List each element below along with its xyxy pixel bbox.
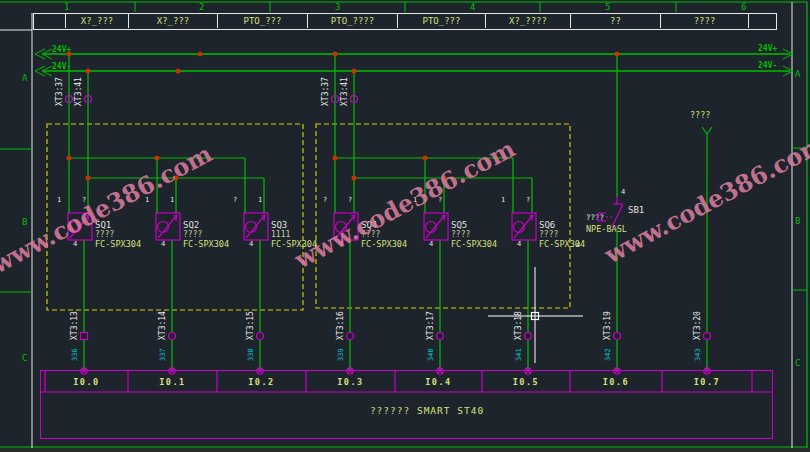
top-terminal-label-XT3:41: XT3:41 — [341, 77, 350, 106]
column-number-6: 6 — [741, 3, 746, 12]
sensor-pin-left-SQ4: ? — [323, 197, 327, 204]
bottom-terminal-label-XT3:16: XT3:16 — [337, 311, 346, 340]
bottom-terminal-label-XT3:18: XT3:18 — [515, 311, 524, 340]
bottom-terminal-ring[interactable] — [614, 333, 621, 340]
column-number-4: 4 — [470, 3, 475, 12]
sensor-glyph-arrow — [426, 215, 445, 238]
sensor-model-SQ1: FC-SPX304 — [95, 240, 141, 249]
bottom-terminal-ring[interactable] — [81, 333, 88, 340]
wire-number-340: 340 — [428, 348, 436, 361]
junction-dot — [67, 52, 71, 56]
plc-input-label-I0.6: I0.6 — [570, 378, 662, 387]
bottom-terminal-label-XT3:14: XT3:14 — [159, 311, 168, 340]
header-cell-4: PTO_???? — [308, 14, 398, 28]
sensor-desc-SQ1: ???? — [95, 231, 114, 239]
sensor-model-SQ2: FC-SPX304 — [183, 240, 229, 249]
header-cell-8: ???? — [661, 14, 749, 28]
plc-input-label-I0.3: I0.3 — [306, 378, 395, 387]
row-letter-right-C: C — [795, 359, 800, 368]
junction-dot — [67, 156, 71, 160]
row-letter-left-C: C — [22, 354, 27, 363]
junction-dot — [352, 69, 356, 73]
header-cell-3: PTO_??? — [218, 14, 308, 28]
bottom-terminal-label-XT3:19: XT3:19 — [604, 311, 613, 340]
signal-arrowhead — [702, 127, 707, 134]
sensor-pin-bottom-SQ5: 4 — [429, 241, 433, 248]
junction-dot — [333, 52, 337, 56]
wire-number-339: 339 — [338, 348, 346, 361]
sensor-pin-left-SQ3: ? — [233, 197, 237, 204]
sensor-pin-bottom-SQ3: 4 — [249, 241, 253, 248]
bottom-terminal-ring[interactable] — [704, 333, 711, 340]
bottom-edge-band — [0, 448, 810, 452]
column-number-1: 1 — [64, 3, 69, 12]
plc-input-label-I0.0: I0.0 — [45, 378, 128, 387]
junction-dot — [423, 156, 427, 160]
sensor-desc-SQ5: ???? — [451, 231, 470, 239]
plc-input-label-I0.2: I0.2 — [217, 378, 306, 387]
sensor-model-SQ5: FC-SPX304 — [451, 240, 497, 249]
bottom-terminal-ring[interactable] — [257, 333, 264, 340]
pushbutton-moving-contact[interactable] — [612, 204, 623, 227]
sensor-name-SQ2: SQ2 — [183, 221, 199, 230]
wire-number-343: 343 — [695, 348, 703, 361]
junction-dot — [155, 156, 159, 160]
wire-number-337: 337 — [160, 348, 168, 361]
bottom-terminal-label-XT3:17: XT3:17 — [427, 311, 436, 340]
sensor-pin-bottom-SQ2: 4 — [161, 241, 165, 248]
sensor-model-SQ4: FC-SPX304 — [361, 240, 407, 249]
sensor-pin-right-SQ2: 1 — [170, 197, 174, 204]
sensor-glyph-arrow — [514, 215, 533, 238]
wire-number-336: 336 — [72, 348, 80, 361]
header-cell-6: X?_???? — [486, 14, 571, 28]
sensor-name-SQ3: SQ3 — [271, 221, 287, 230]
header-table: X?_???X?_???PTO_???PTO_????PTO_???X?_???… — [33, 13, 777, 30]
sensor-pin-right-SQ4: ? — [348, 197, 352, 204]
plc-input-label-I0.1: I0.1 — [128, 378, 217, 387]
top-terminal-label-XT3:37: XT3:37 — [322, 77, 331, 106]
wire-number-341: 341 — [516, 348, 524, 361]
cad-drawing-canvas[interactable]: 24V+ 24V- 24V+ 24V- ???? 4 SB1 ???? NPE-… — [0, 0, 810, 452]
sensor-name-SQ6: SQ6 — [539, 221, 555, 230]
sensor-desc-SQ2: ???? — [183, 231, 202, 239]
junction-dot — [615, 52, 619, 56]
junction-dot — [176, 69, 180, 73]
row-letter-left-B: B — [22, 218, 27, 227]
sensor-pin-left-SQ6: 1 — [501, 197, 505, 204]
junction-dot — [198, 52, 202, 56]
bottom-terminal-ring[interactable] — [525, 333, 532, 340]
plc-input-label-I0.4: I0.4 — [395, 378, 482, 387]
junction-dot — [333, 156, 337, 160]
column-number-3: 3 — [335, 3, 340, 12]
junction-dot — [352, 176, 356, 180]
header-cell-2: X?_??? — [129, 14, 218, 28]
sensor-pin-right-SQ3: 1 — [258, 197, 262, 204]
row-letter-left-A: A — [22, 74, 27, 83]
header-cell-5: PTO_??? — [398, 14, 486, 28]
junction-dot — [86, 176, 90, 180]
signal-arrowhead — [707, 127, 712, 134]
sensor-glyph-arrow — [158, 215, 177, 238]
sensor-model-SQ6: FC-SPX304 — [539, 240, 585, 249]
wire-number-342: 342 — [605, 348, 613, 361]
row-letter-right-A: A — [795, 70, 800, 79]
sensor-pin-bottom-SQ1: 4 — [73, 241, 77, 248]
sensor-pin-left-SQ1: 1 — [57, 197, 61, 204]
header-cell-1: X?_??? — [66, 14, 129, 28]
sensor-desc-SQ6: ???? — [539, 231, 558, 239]
sensor-desc-SQ3: 1111 — [271, 231, 290, 239]
header-cell-9 — [749, 14, 775, 28]
plc-input-label-I0.7: I0.7 — [662, 378, 752, 387]
bottom-terminal-ring[interactable] — [347, 333, 354, 340]
wire-number-338: 338 — [248, 348, 256, 361]
header-cell-7: ?? — [571, 14, 661, 28]
bottom-terminal-ring[interactable] — [437, 333, 444, 340]
plc-input-label-I0.5: I0.5 — [482, 378, 570, 387]
bottom-terminal-label-XT3:20: XT3:20 — [694, 311, 703, 340]
bottom-terminal-label-XT3:15: XT3:15 — [247, 311, 256, 340]
sensor-pin-right-SQ6: ? — [526, 197, 530, 204]
bottom-terminal-ring[interactable] — [169, 333, 176, 340]
header-cell-0 — [34, 14, 66, 28]
sensor-name-SQ5: SQ5 — [451, 221, 467, 230]
sensor-pin-bottom-SQ6: 4 — [517, 241, 521, 248]
